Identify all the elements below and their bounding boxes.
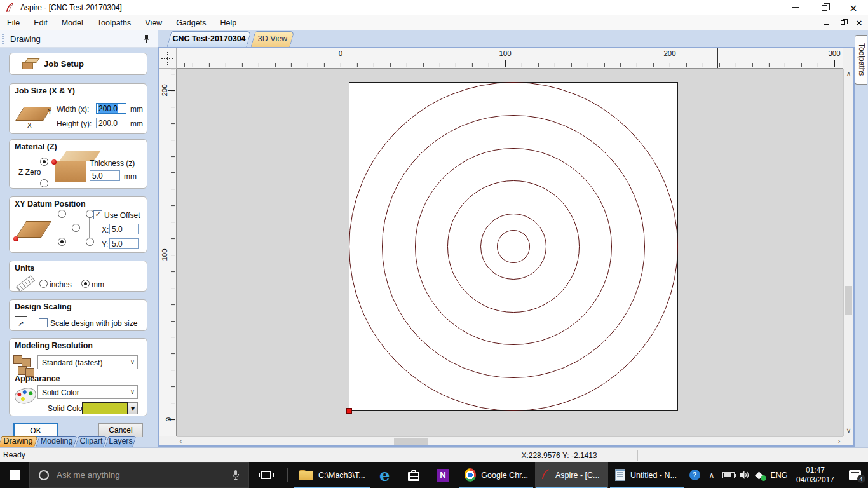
- drawing-canvas[interactable]: [177, 69, 843, 436]
- taskbar: Ask me anything C:\Mach3\T...eNGoogle Ch…: [0, 462, 868, 488]
- panel-tab-clipart[interactable]: Clipart: [77, 436, 105, 447]
- solid-color-swatch[interactable]: [82, 402, 128, 414]
- resolution-dropdown[interactable]: Standard (fastest)∨: [37, 355, 138, 369]
- panel-header: Drawing: [0, 30, 158, 48]
- width-input[interactable]: 200.0: [96, 103, 126, 114]
- offset-y-input[interactable]: 5.0: [109, 238, 139, 249]
- mdi-restore-button[interactable]: [837, 17, 848, 27]
- units-inches-label: inches: [50, 280, 72, 289]
- ruler-x-label-0: 0: [339, 50, 342, 57]
- view-tab-3d-view[interactable]: 3D View: [253, 31, 292, 47]
- teamviewer-icon: [756, 470, 766, 480]
- zzero-top-radio[interactable]: [40, 158, 48, 166]
- menu-toolpaths[interactable]: Toolpaths: [90, 16, 139, 30]
- tray-overflow-button[interactable]: ∧: [704, 462, 719, 488]
- xy-datum-section: XY Datum Position ✓ Use Offset X: 5.0 Y:…: [9, 196, 147, 253]
- battery-tray-button[interactable]: [719, 462, 737, 488]
- aspire-icon: [541, 468, 550, 482]
- ruler-y-label-100: 100: [160, 248, 168, 261]
- menu-edit[interactable]: Edit: [27, 16, 55, 30]
- search-placeholder: Ask me anything: [57, 470, 120, 480]
- start-button[interactable]: [0, 462, 29, 488]
- panel-tab-drawing[interactable]: Drawing: [0, 436, 36, 447]
- job-size-sheet-icon: [15, 107, 52, 121]
- panel-tab-modeling[interactable]: Modeling: [37, 436, 76, 447]
- menu-view[interactable]: View: [138, 16, 169, 30]
- clock-tray-button[interactable]: 01:4704/03/2017: [791, 462, 839, 488]
- battery-icon: [722, 472, 735, 478]
- ok-button[interactable]: OK: [13, 423, 58, 437]
- taskbar-app-store[interactable]: [402, 462, 429, 488]
- taskbar-app-label: Untitled - N...: [630, 471, 677, 480]
- restore-button[interactable]: [810, 0, 839, 15]
- appearance-dropdown[interactable]: Solid Color∨: [37, 385, 138, 399]
- scroll-left-arrow[interactable]: ‹: [179, 437, 182, 445]
- datum-origin-dot: [13, 236, 18, 241]
- solid-color-dropdown-button[interactable]: ▼: [128, 402, 138, 414]
- cancel-button[interactable]: Cancel: [98, 423, 143, 437]
- scroll-right-arrow[interactable]: ›: [838, 437, 841, 445]
- teamviewer-tray-button[interactable]: [752, 462, 769, 488]
- language-indicator[interactable]: ENG: [768, 462, 790, 488]
- datum-bottom-right-radio[interactable]: [86, 238, 94, 246]
- mdi-close-button[interactable]: ×: [854, 17, 864, 27]
- vertical-scrollbar[interactable]: ∧ ∨: [843, 69, 853, 436]
- thickness-label: Thickness (z): [90, 159, 135, 168]
- scroll-up-arrow[interactable]: ∧: [844, 70, 853, 78]
- panel-grip[interactable]: [2, 34, 4, 44]
- taskbar-app-onenote[interactable]: N: [431, 462, 458, 488]
- menu-model[interactable]: Model: [55, 16, 90, 30]
- taskbar-app-label: Aspire - [C...: [555, 471, 599, 480]
- scroll-down-arrow[interactable]: ∨: [844, 426, 853, 435]
- drawing-circle-r100[interactable]: [349, 82, 678, 411]
- speaker-icon: [739, 470, 750, 480]
- panel-tab-layers[interactable]: Layers: [107, 436, 135, 447]
- pin-icon[interactable]: [143, 34, 150, 43]
- action-center-button[interactable]: 4: [844, 462, 865, 488]
- mdi-minimize-button[interactable]: [821, 17, 831, 27]
- scale-design-checkbox[interactable]: [39, 318, 48, 327]
- vertical-ruler: 2001000: [159, 69, 177, 436]
- folder-icon: [299, 470, 313, 480]
- menu-gadgets[interactable]: Gadgets: [169, 16, 213, 30]
- menu-help[interactable]: Help: [213, 16, 243, 30]
- cortana-search-box[interactable]: Ask me anything: [29, 462, 249, 488]
- close-button[interactable]: ×: [839, 0, 868, 15]
- datum-marker[interactable]: [346, 408, 352, 414]
- menu-file[interactable]: File: [0, 16, 27, 30]
- taskbar-app-edge[interactable]: e: [374, 462, 400, 488]
- units-title: Units: [15, 264, 34, 273]
- ruler-x-label-200: 200: [663, 50, 675, 57]
- zzero-bottom-radio[interactable]: [40, 179, 48, 187]
- chrome-icon: [465, 468, 476, 482]
- datum-top-left-radio[interactable]: [58, 210, 66, 218]
- job-size-y-axis-label: Y: [48, 108, 52, 115]
- volume-tray-button[interactable]: [736, 462, 752, 488]
- datum-center-radio[interactable]: [72, 224, 80, 232]
- horizontal-scroll-thumb[interactable]: [394, 438, 428, 445]
- microphone-icon[interactable]: [232, 470, 240, 481]
- job-setup-header[interactable]: Job Setup: [9, 53, 147, 75]
- vertical-scroll-thumb[interactable]: [845, 286, 852, 315]
- units-mm-radio[interactable]: [81, 280, 90, 288]
- minimize-button[interactable]: [780, 0, 810, 15]
- taskbar-app-aspire[interactable]: Aspire - [C...: [535, 462, 608, 488]
- scale-icon: ↗: [15, 316, 27, 329]
- taskbar-app-chrome[interactable]: Google Chr...: [459, 462, 534, 488]
- toolpaths-tab[interactable]: Toolpaths: [855, 35, 867, 85]
- use-offset-checkbox[interactable]: ✓: [93, 210, 102, 219]
- notepad-icon: [615, 469, 625, 481]
- units-inches-radio[interactable]: [39, 280, 48, 288]
- help-tray-button[interactable]: ?: [686, 462, 703, 488]
- notification-icon: 4: [849, 470, 861, 480]
- taskbar-app-notepad[interactable]: Untitled - N...: [609, 462, 684, 488]
- offset-x-input[interactable]: 5.0: [109, 224, 139, 234]
- height-input[interactable]: 200.0: [96, 118, 126, 128]
- status-text: Ready: [3, 451, 25, 459]
- taskbar-app-file-explorer[interactable]: C:\Mach3\T...: [294, 462, 371, 488]
- horizontal-scrollbar[interactable]: ‹ ›: [177, 436, 843, 445]
- view-tab-cnc-test-20170304[interactable]: CNC Test-20170304: [169, 31, 249, 47]
- task-view-button[interactable]: [253, 462, 280, 488]
- datum-bottom-left-radio[interactable]: [58, 238, 66, 246]
- thickness-input[interactable]: 5.0: [90, 170, 120, 181]
